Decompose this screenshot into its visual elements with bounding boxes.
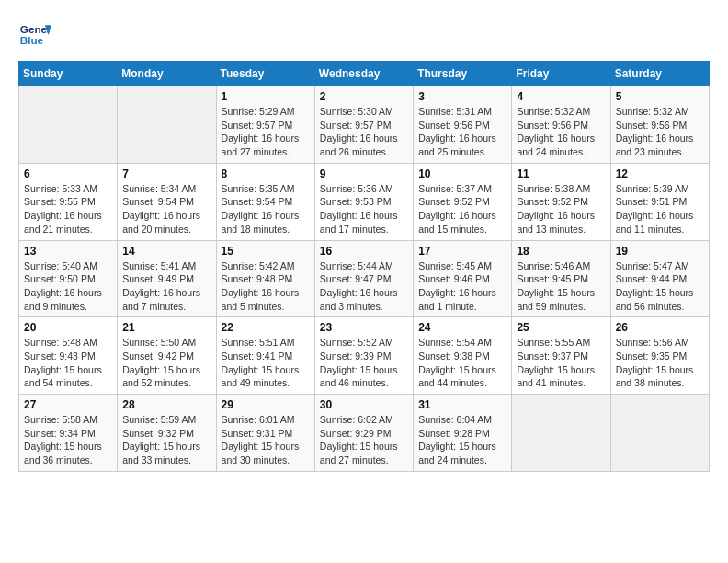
day-number: 24: [418, 321, 506, 334]
week-row-5: 27Sunrise: 5:58 AMSunset: 9:34 PMDayligh…: [19, 395, 710, 472]
day-number: 25: [517, 321, 605, 334]
day-number: 19: [616, 245, 704, 258]
day-cell: 23Sunrise: 5:52 AMSunset: 9:39 PMDayligh…: [314, 317, 413, 395]
day-cell: 11Sunrise: 5:38 AMSunset: 9:52 PMDayligh…: [512, 163, 610, 240]
header: General Blue: [18, 18, 710, 52]
day-info: Sunrise: 6:01 AMSunset: 9:31 PMDaylight:…: [222, 413, 310, 467]
weekday-tuesday: Tuesday: [216, 62, 314, 86]
day-cell: 8Sunrise: 5:35 AMSunset: 9:54 PMDaylight…: [216, 163, 314, 240]
day-cell: 13Sunrise: 5:40 AMSunset: 9:50 PMDayligh…: [19, 240, 118, 317]
day-cell: 19Sunrise: 5:47 AMSunset: 9:44 PMDayligh…: [610, 240, 709, 317]
day-cell: [610, 395, 709, 472]
day-info: Sunrise: 5:36 AMSunset: 9:53 PMDaylight:…: [320, 182, 408, 236]
day-info: Sunrise: 5:44 AMSunset: 9:47 PMDaylight:…: [320, 259, 408, 314]
day-number: 21: [122, 321, 210, 334]
day-cell: 1Sunrise: 5:29 AMSunset: 9:57 PMDaylight…: [216, 86, 314, 164]
day-number: 23: [320, 321, 408, 334]
day-info: Sunrise: 5:38 AMSunset: 9:52 PMDaylight:…: [517, 182, 605, 236]
day-cell: 20Sunrise: 5:48 AMSunset: 9:43 PMDayligh…: [19, 317, 118, 395]
day-info: Sunrise: 5:32 AMSunset: 9:56 PMDaylight:…: [517, 105, 605, 159]
day-cell: [512, 395, 610, 472]
day-number: 17: [418, 245, 506, 258]
calendar-body: 1Sunrise: 5:29 AMSunset: 9:57 PMDaylight…: [19, 86, 710, 472]
day-number: 26: [616, 321, 704, 334]
week-row-3: 13Sunrise: 5:40 AMSunset: 9:50 PMDayligh…: [19, 240, 710, 317]
day-info: Sunrise: 5:51 AMSunset: 9:41 PMDaylight:…: [222, 336, 310, 390]
day-cell: 5Sunrise: 5:32 AMSunset: 9:56 PMDaylight…: [610, 86, 709, 164]
day-number: 20: [24, 321, 112, 334]
day-info: Sunrise: 5:52 AMSunset: 9:39 PMDaylight:…: [320, 336, 408, 390]
day-info: Sunrise: 5:47 AMSunset: 9:44 PMDaylight:…: [616, 259, 704, 314]
weekday-thursday: Thursday: [414, 62, 512, 86]
day-info: Sunrise: 5:34 AMSunset: 9:54 PMDaylight:…: [122, 182, 210, 236]
day-number: 10: [418, 167, 506, 180]
logo-icon: General Blue: [18, 18, 51, 52]
day-cell: 6Sunrise: 5:33 AMSunset: 9:55 PMDaylight…: [19, 163, 118, 240]
day-number: 8: [222, 167, 310, 180]
week-row-2: 6Sunrise: 5:33 AMSunset: 9:55 PMDaylight…: [19, 163, 710, 240]
day-cell: 21Sunrise: 5:50 AMSunset: 9:42 PMDayligh…: [118, 317, 216, 395]
day-cell: 31Sunrise: 6:04 AMSunset: 9:28 PMDayligh…: [414, 395, 512, 472]
day-info: Sunrise: 5:35 AMSunset: 9:54 PMDaylight:…: [222, 182, 310, 236]
svg-text:Blue: Blue: [20, 34, 44, 46]
day-cell: 16Sunrise: 5:44 AMSunset: 9:47 PMDayligh…: [314, 240, 413, 317]
day-info: Sunrise: 5:58 AMSunset: 9:34 PMDaylight:…: [24, 413, 112, 467]
day-cell: [19, 86, 118, 164]
day-info: Sunrise: 5:42 AMSunset: 9:48 PMDaylight:…: [222, 259, 310, 314]
day-cell: 10Sunrise: 5:37 AMSunset: 9:52 PMDayligh…: [414, 163, 512, 240]
day-info: Sunrise: 5:46 AMSunset: 9:45 PMDaylight:…: [517, 259, 605, 314]
day-number: 16: [320, 245, 408, 258]
day-info: Sunrise: 5:39 AMSunset: 9:51 PMDaylight:…: [616, 182, 704, 236]
weekday-wednesday: Wednesday: [314, 62, 413, 86]
day-cell: 17Sunrise: 5:45 AMSunset: 9:46 PMDayligh…: [414, 240, 512, 317]
calendar: SundayMondayTuesdayWednesdayThursdayFrid…: [18, 61, 710, 472]
day-cell: 4Sunrise: 5:32 AMSunset: 9:56 PMDaylight…: [512, 86, 610, 164]
day-number: 28: [122, 398, 210, 411]
day-cell: 27Sunrise: 5:58 AMSunset: 9:34 PMDayligh…: [19, 395, 118, 472]
weekday-monday: Monday: [118, 62, 216, 86]
weekday-header: SundayMondayTuesdayWednesdayThursdayFrid…: [19, 62, 710, 86]
day-info: Sunrise: 5:54 AMSunset: 9:38 PMDaylight:…: [418, 336, 506, 390]
day-cell: 12Sunrise: 5:39 AMSunset: 9:51 PMDayligh…: [610, 163, 709, 240]
day-cell: 3Sunrise: 5:31 AMSunset: 9:56 PMDaylight…: [414, 86, 512, 164]
day-number: 14: [122, 245, 210, 258]
day-info: Sunrise: 5:48 AMSunset: 9:43 PMDaylight:…: [24, 336, 112, 390]
day-info: Sunrise: 5:30 AMSunset: 9:57 PMDaylight:…: [320, 105, 408, 159]
day-number: 3: [418, 90, 506, 103]
day-number: 1: [222, 90, 310, 103]
day-number: 11: [517, 167, 605, 180]
day-cell: 30Sunrise: 6:02 AMSunset: 9:29 PMDayligh…: [314, 395, 413, 472]
day-cell: 15Sunrise: 5:42 AMSunset: 9:48 PMDayligh…: [216, 240, 314, 317]
logo: General Blue: [18, 18, 51, 52]
day-cell: 7Sunrise: 5:34 AMSunset: 9:54 PMDaylight…: [118, 163, 216, 240]
day-info: Sunrise: 5:29 AMSunset: 9:57 PMDaylight:…: [222, 105, 310, 159]
day-info: Sunrise: 5:33 AMSunset: 9:55 PMDaylight:…: [24, 182, 112, 236]
day-number: 27: [24, 398, 112, 411]
day-cell: 18Sunrise: 5:46 AMSunset: 9:45 PMDayligh…: [512, 240, 610, 317]
day-number: 22: [222, 321, 310, 334]
day-number: 30: [320, 398, 408, 411]
week-row-4: 20Sunrise: 5:48 AMSunset: 9:43 PMDayligh…: [19, 317, 710, 395]
weekday-friday: Friday: [512, 62, 610, 86]
day-info: Sunrise: 5:59 AMSunset: 9:32 PMDaylight:…: [122, 413, 210, 467]
day-cell: 28Sunrise: 5:59 AMSunset: 9:32 PMDayligh…: [118, 395, 216, 472]
day-number: 18: [517, 245, 605, 258]
day-cell: 29Sunrise: 6:01 AMSunset: 9:31 PMDayligh…: [216, 395, 314, 472]
day-cell: 14Sunrise: 5:41 AMSunset: 9:49 PMDayligh…: [118, 240, 216, 317]
day-number: 12: [616, 167, 704, 180]
day-cell: 9Sunrise: 5:36 AMSunset: 9:53 PMDaylight…: [314, 163, 413, 240]
day-cell: 25Sunrise: 5:55 AMSunset: 9:37 PMDayligh…: [512, 317, 610, 395]
day-info: Sunrise: 5:45 AMSunset: 9:46 PMDaylight:…: [418, 259, 506, 314]
day-info: Sunrise: 5:40 AMSunset: 9:50 PMDaylight:…: [24, 259, 112, 314]
day-number: 31: [418, 398, 506, 411]
day-info: Sunrise: 6:02 AMSunset: 9:29 PMDaylight:…: [320, 413, 408, 467]
day-info: Sunrise: 5:31 AMSunset: 9:56 PMDaylight:…: [418, 105, 506, 159]
day-number: 4: [517, 90, 605, 103]
day-number: 2: [320, 90, 408, 103]
weekday-sunday: Sunday: [19, 62, 118, 86]
day-info: Sunrise: 5:32 AMSunset: 9:56 PMDaylight:…: [616, 105, 704, 159]
day-cell: [118, 86, 216, 164]
day-number: 29: [222, 398, 310, 411]
day-info: Sunrise: 6:04 AMSunset: 9:28 PMDaylight:…: [418, 413, 506, 467]
day-info: Sunrise: 5:50 AMSunset: 9:42 PMDaylight:…: [122, 336, 210, 390]
